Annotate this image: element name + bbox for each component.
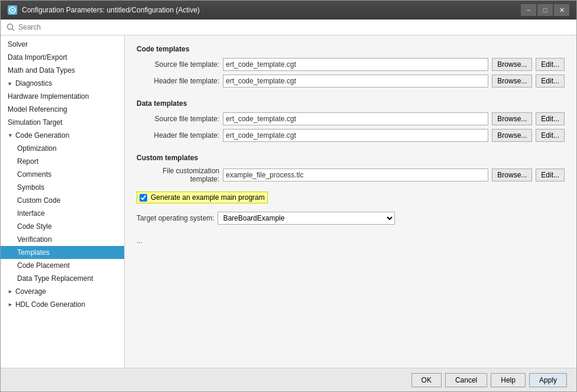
sidebar-item-hardware-impl[interactable]: Hardware Implementation [1,90,124,103]
sidebar-item-data-import-export[interactable]: Data Import/Export [1,51,124,64]
data-templates-section: Data templates Source file template: Bro… [137,99,565,142]
target-os-row: Target operating system: BareBoardExampl… [137,212,565,225]
code-templates-section: Code templates Source file template: Bro… [137,45,565,88]
sidebar-item-custom-code[interactable]: Custom Code [1,194,124,207]
svg-line-3 [12,29,15,31]
close-button[interactable]: ✕ [554,4,569,16]
custom-templates-title: Custom templates [137,154,565,162]
svg-point-1 [11,9,14,11]
generate-checkbox[interactable] [140,194,147,202]
sidebar-item-interface[interactable]: Interface [1,207,124,220]
code-source-input[interactable] [223,58,488,71]
data-header-edit-button[interactable]: Edit... [536,129,565,142]
footer: OK Cancel Help Apply [1,368,576,391]
data-source-browse-button[interactable]: Browse... [492,112,532,125]
sidebar-item-simulation-target[interactable]: Simulation Target [1,116,124,129]
file-customization-edit-button[interactable]: Edit... [536,169,565,182]
code-header-edit-button[interactable]: Edit... [536,74,565,88]
help-button[interactable]: Help [491,373,526,387]
diagnostics-arrow: ► [8,80,13,86]
sidebar-item-verification[interactable]: Verification [1,233,124,246]
ellipsis-text: ... [137,237,565,245]
sidebar-item-templates[interactable]: Templates [1,246,124,259]
sidebar-item-report[interactable]: Report [1,155,124,168]
coverage-arrow: ► [8,289,13,294]
file-customization-browse-button[interactable]: Browse... [492,169,532,182]
maximize-button[interactable]: □ [537,4,553,16]
app-icon [8,5,17,15]
code-templates-title: Code templates [137,45,565,53]
content-area: Code templates Source file template: Bro… [125,35,576,368]
data-source-label: Source file template: [137,115,219,123]
data-source-input[interactable] [223,112,488,125]
data-header-label: Header file template: [137,131,219,140]
code-source-edit-button[interactable]: Edit... [536,58,565,71]
sidebar-item-math-data-types[interactable]: Math and Data Types [1,64,124,77]
target-os-select[interactable]: BareBoardExample VxWorksExample [218,212,395,225]
file-customization-row: File customization template: Browse... E… [137,167,565,183]
generate-checkbox-row: Generate an example main program [137,192,268,203]
sidebar-item-hdl-code-generation[interactable]: ► HDL Code Generation [1,298,124,311]
window-controls: − □ ✕ [521,4,569,16]
sidebar: Solver Data Import/Export Math and Data … [1,35,125,368]
data-source-edit-button[interactable]: Edit... [536,112,565,125]
main-window: Configuration Parameters: untitled/Confi… [0,0,577,392]
file-customization-input[interactable] [223,169,488,182]
svg-point-2 [8,24,13,30]
search-icon [7,23,15,31]
search-input[interactable] [18,23,570,31]
cancel-button[interactable]: Cancel [445,373,487,387]
data-source-row: Source file template: Browse... Edit... [137,112,565,125]
sidebar-item-code-style[interactable]: Code Style [1,220,124,233]
apply-button[interactable]: Apply [529,373,567,387]
target-os-label: Target operating system: [137,214,214,222]
sidebar-item-diagnostics[interactable]: ► Diagnostics [1,77,124,90]
file-customization-label: File customization template: [137,167,219,183]
sidebar-item-coverage[interactable]: ► Coverage [1,285,124,298]
sidebar-item-optimization[interactable]: Optimization [1,142,124,155]
data-header-input[interactable] [223,129,488,142]
search-bar [1,20,576,35]
code-generation-arrow: ▼ [8,132,13,138]
data-templates-title: Data templates [137,99,565,108]
sidebar-item-data-type-replacement[interactable]: Data Type Replacement [1,272,124,285]
code-source-row: Source file template: Browse... Edit... [137,58,565,71]
sidebar-item-code-placement[interactable]: Code Placement [1,259,124,272]
sidebar-item-solver[interactable]: Solver [1,38,124,51]
code-header-row: Header file template: Browse... Edit... [137,74,565,88]
title-bar: Configuration Parameters: untitled/Confi… [1,1,576,20]
generate-checkbox-container: Generate an example main program [137,187,565,208]
code-source-label: Source file template: [137,60,219,69]
data-header-browse-button[interactable]: Browse... [492,129,532,142]
generate-checkbox-label: Generate an example main program [151,193,265,202]
sidebar-item-code-generation[interactable]: ▼ Code Generation [1,129,124,142]
sidebar-item-comments[interactable]: Comments [1,168,124,181]
code-header-input[interactable] [223,74,488,88]
minimize-button[interactable]: − [521,4,536,16]
sidebar-item-symbols[interactable]: Symbols [1,181,124,194]
code-header-label: Header file template: [137,77,219,85]
ok-button[interactable]: OK [411,373,442,387]
main-content: Solver Data Import/Export Math and Data … [1,35,576,368]
data-header-row: Header file template: Browse... Edit... [137,129,565,142]
hdl-arrow: ► [8,302,13,307]
sidebar-item-model-referencing[interactable]: Model Referencing [1,103,124,116]
custom-templates-section: Custom templates File customization temp… [137,154,565,225]
window-title: Configuration Parameters: untitled/Confi… [22,6,516,14]
code-header-browse-button[interactable]: Browse... [492,74,532,88]
code-source-browse-button[interactable]: Browse... [492,58,532,71]
